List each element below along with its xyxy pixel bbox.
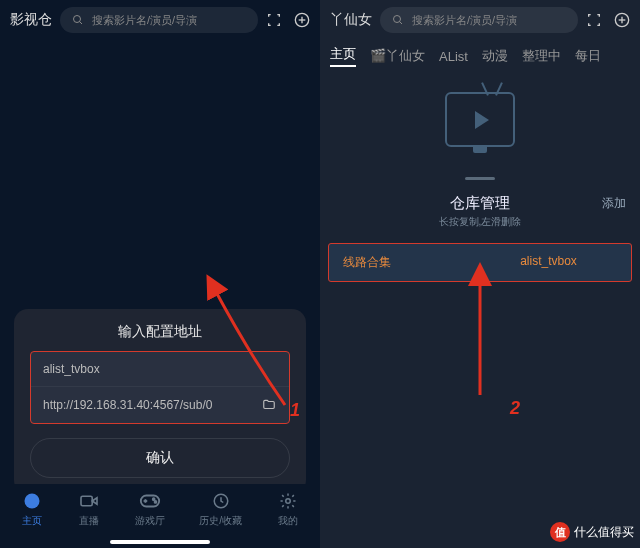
svg-point-13 bbox=[154, 501, 156, 503]
folder-icon[interactable] bbox=[261, 397, 277, 413]
svg-point-12 bbox=[152, 498, 154, 500]
tab-sorting[interactable]: 整理中 bbox=[522, 47, 561, 65]
drag-handle[interactable] bbox=[465, 177, 495, 180]
nav-label: 主页 bbox=[22, 514, 42, 528]
config-name-value: alist_tvbox bbox=[43, 362, 277, 376]
tab-2[interactable]: 🎬丫仙女 bbox=[370, 47, 425, 65]
tab-bar: 主页 🎬丫仙女 AList 动漫 整理中 每日 bbox=[320, 40, 640, 72]
nav-label: 游戏厅 bbox=[135, 514, 165, 528]
config-url-value: http://192.168.31.40:4567/sub/0 bbox=[43, 398, 261, 412]
scan-icon[interactable] bbox=[586, 12, 602, 28]
config-modal: 输入配置地址 alist_tvbox http://192.168.31.40:… bbox=[14, 309, 306, 494]
annotation-label-1: 1 bbox=[290, 400, 300, 421]
repo-col-name: alist_tvbox bbox=[480, 254, 617, 271]
repo-col-route: 线路合集 bbox=[343, 254, 480, 271]
watermark: 值 什么值得买 bbox=[550, 522, 634, 542]
tab-anime[interactable]: 动漫 bbox=[482, 47, 508, 65]
plus-icon[interactable] bbox=[614, 12, 630, 28]
config-name-input[interactable]: alist_tvbox bbox=[31, 352, 289, 386]
repo-subtitle: 长按复制,左滑删除 bbox=[328, 215, 632, 229]
search-icon bbox=[390, 12, 406, 28]
nav-label: 我的 bbox=[278, 514, 298, 528]
clock-icon bbox=[210, 490, 232, 512]
video-icon bbox=[78, 490, 100, 512]
app-title: 丫仙女 bbox=[330, 11, 372, 29]
nav-label: 历史/收藏 bbox=[199, 514, 242, 528]
nav-mine[interactable]: 我的 bbox=[277, 490, 299, 528]
nav-live[interactable]: 直播 bbox=[78, 490, 100, 528]
svg-point-16 bbox=[394, 16, 401, 23]
svg-point-7 bbox=[25, 494, 40, 509]
nav-history[interactable]: 历史/收藏 bbox=[199, 490, 242, 528]
repo-title: 仓库管理 bbox=[450, 194, 510, 213]
globe-icon bbox=[21, 490, 43, 512]
nav-home[interactable]: 主页 bbox=[21, 490, 43, 528]
annotation-label-2: 2 bbox=[510, 398, 520, 419]
modal-title: 输入配置地址 bbox=[118, 323, 202, 341]
nav-games[interactable]: 游戏厅 bbox=[135, 490, 165, 528]
svg-line-17 bbox=[400, 22, 403, 25]
bottom-nav: 主页 直播 游戏厅 历史/收藏 bbox=[0, 484, 320, 548]
watermark-badge: 值 bbox=[550, 522, 570, 542]
config-url-input[interactable]: http://192.168.31.40:4567/sub/0 bbox=[31, 386, 289, 423]
gear-icon bbox=[277, 490, 299, 512]
home-indicator bbox=[110, 540, 210, 544]
search-field[interactable]: 搜索影片名/演员/导演 bbox=[380, 7, 578, 33]
watermark-text: 什么值得买 bbox=[574, 524, 634, 541]
tab-alist[interactable]: AList bbox=[439, 49, 468, 64]
add-button[interactable]: 添加 bbox=[602, 195, 626, 212]
search-placeholder: 搜索影片名/演员/导演 bbox=[412, 13, 568, 28]
tv-logo bbox=[445, 92, 515, 147]
nav-label: 直播 bbox=[79, 514, 99, 528]
confirm-button[interactable]: 确认 bbox=[30, 438, 290, 478]
repo-item[interactable]: 线路合集 alist_tvbox bbox=[328, 243, 632, 282]
tab-home[interactable]: 主页 bbox=[330, 45, 356, 67]
gamepad-icon bbox=[139, 490, 161, 512]
svg-point-15 bbox=[285, 499, 290, 504]
svg-rect-8 bbox=[81, 496, 92, 506]
tab-more[interactable]: 每日 bbox=[575, 47, 601, 65]
